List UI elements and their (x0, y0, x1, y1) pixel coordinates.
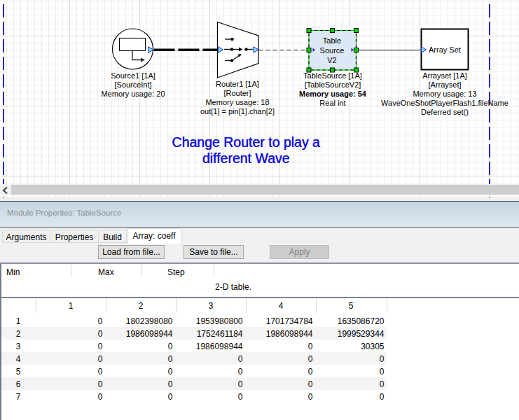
svg-text:Array Set: Array Set (429, 46, 461, 54)
